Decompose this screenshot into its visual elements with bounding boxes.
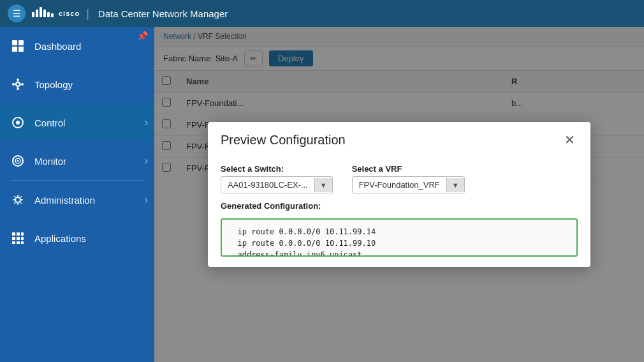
svg-rect-4 [47,12,50,17]
svg-point-12 [21,83,24,86]
svg-rect-6 [12,40,17,45]
svg-point-13 [12,83,15,86]
svg-point-11 [17,79,19,81]
svg-point-10 [16,82,20,86]
modal-title: Preview Configuration [221,133,346,147]
chevron-right-icon: › [145,117,148,128]
sidebar: 📌 Dashboard Topo [0,27,154,362]
sidebar-item-monitor[interactable]: Monitor › [0,142,154,180]
svg-rect-28 [12,237,15,240]
svg-rect-32 [17,241,20,244]
svg-rect-0 [32,12,34,17]
generated-config-label: Generated Configuration: [221,201,578,211]
chevron-right-icon-monitor: › [145,155,148,167]
vrf-dropdown[interactable]: FPV-Foundation_VRF ▼ [352,176,465,193]
sidebar-label-applications: Applications [34,233,86,244]
sidebar-label-administration: Administration [34,195,95,206]
hamburger-icon: ☰ [13,8,21,19]
switch-dropdown-value: AA01-93180LC-EX-... [221,177,314,193]
svg-rect-29 [17,237,20,240]
cisco-logo: cisco [32,7,80,20]
cisco-logo-svg [32,7,55,20]
vrf-dropdown-arrow: ▼ [446,178,464,192]
control-icon [10,115,26,130]
svg-rect-2 [40,7,42,17]
svg-rect-27 [21,232,24,236]
sidebar-label-monitor: Monitor [34,156,66,167]
sidebar-item-topology[interactable]: Topology [0,65,154,103]
svg-rect-25 [12,232,15,236]
modal-selectors: Select a Switch: AA01-93180LC-EX-... ▼ S… [221,164,578,193]
menu-icon-button[interactable]: ☰ [8,4,26,22]
svg-rect-1 [36,10,38,17]
svg-rect-31 [12,241,15,244]
switch-dropdown-arrow: ▼ [314,178,332,192]
preview-configuration-modal: Preview Configuration ✕ Select a Switch:… [208,122,590,267]
topbar: ☰ cisco | Data Center Network Manager [0,0,644,27]
svg-point-24 [15,197,20,202]
modal-overlay: Preview Configuration ✕ Select a Switch:… [154,27,644,362]
sidebar-item-dashboard[interactable]: Dashboard [0,27,154,65]
vrf-dropdown-value: FPV-Foundation_VRF [353,177,446,193]
modal-header: Preview Configuration ✕ [208,122,590,155]
chevron-right-icon-admin: › [145,194,148,206]
switch-dropdown[interactable]: AA01-93180LC-EX-... ▼ [221,176,333,193]
svg-point-23 [17,160,19,162]
svg-rect-8 [12,47,17,52]
sidebar-item-control[interactable]: Control › [0,103,154,142]
cisco-text: cisco [59,10,80,17]
vrf-selector-label: Select a VRF [352,164,465,174]
sidebar-label-control: Control [34,117,65,128]
main-layout: 📌 Dashboard Topo [0,27,644,362]
content-area: Network / VRF Selection Fabric Name: Sit… [154,27,644,362]
svg-rect-30 [21,237,24,240]
modal-body: Select a Switch: AA01-93180LC-EX-... ▼ S… [208,155,590,267]
dashboard-icon [10,38,26,54]
svg-rect-7 [18,40,24,45]
svg-rect-9 [18,47,24,52]
svg-rect-3 [43,10,46,17]
modal-close-button[interactable]: ✕ [562,132,578,147]
sidebar-item-administration[interactable]: Administration › [0,181,154,219]
sidebar-label-dashboard: Dashboard [34,41,81,52]
app-title: Data Center Network Manager [98,8,228,19]
switch-selector-label: Select a Switch: [221,164,333,174]
sidebar-item-applications[interactable]: Applications [0,219,154,257]
svg-rect-33 [21,241,24,244]
svg-point-20 [16,121,20,124]
sidebar-label-topology: Topology [34,79,73,90]
config-textarea[interactable] [221,218,578,257]
svg-rect-26 [17,232,20,236]
administration-icon [10,192,26,207]
topbar-separator: | [86,7,89,20]
svg-point-14 [17,87,19,90]
applications-icon [10,230,26,246]
svg-rect-5 [51,13,54,17]
topology-icon [10,77,26,92]
switch-selector-group: Select a Switch: AA01-93180LC-EX-... ▼ [221,164,333,193]
monitor-icon [10,153,26,169]
vrf-selector-group: Select a VRF FPV-Foundation_VRF ▼ [352,164,465,193]
